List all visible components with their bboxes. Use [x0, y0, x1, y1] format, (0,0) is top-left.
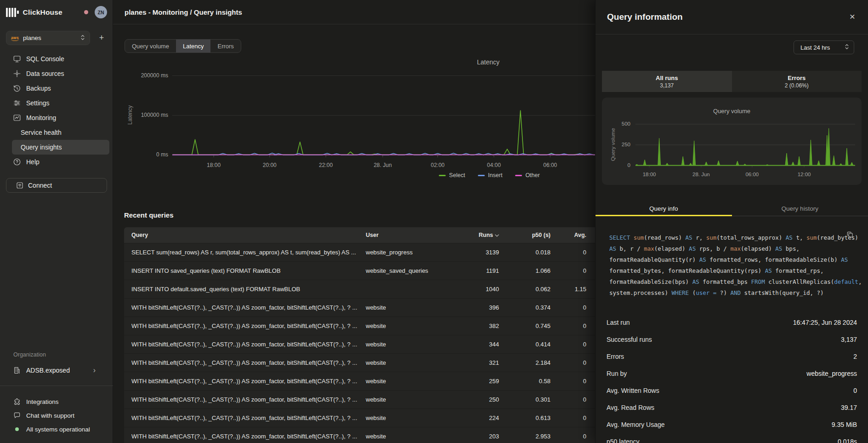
summary-tab-errors[interactable]: Errors2 (0.06%): [732, 71, 862, 92]
x-tick: 28. Jun: [685, 172, 717, 177]
x-tick: 12:00: [788, 172, 820, 177]
column-header-p50-s[interactable]: p50 (s): [499, 232, 550, 238]
sidebar-item-help[interactable]: Help: [0, 155, 113, 169]
query-volume-title: Query volume: [602, 108, 862, 115]
tab-query-info[interactable]: Query info: [596, 201, 732, 216]
latency-legend: SelectInsertOther: [374, 172, 604, 178]
status-dot-icon: [13, 425, 21, 433]
legend-item-other[interactable]: Other: [515, 172, 539, 178]
page-title: planes - Monitoring / Query insights: [125, 8, 242, 16]
stat-row-errors: Errors2: [607, 348, 857, 365]
copy-icon[interactable]: [845, 231, 854, 239]
organization-selector[interactable]: ADSB.exposed ›: [0, 363, 113, 377]
chat-icon: [13, 411, 21, 420]
table-row[interactable]: WITH bitShiftLeft(CAST(?..), _CAST(?..))…: [124, 299, 648, 316]
query-stats: Last run16:47:25, Jun 28 2024Successful …: [607, 314, 857, 443]
query-volume-card: Query volume Query volume 0250500 18:002…: [602, 98, 862, 185]
help-icon: [13, 158, 21, 166]
stat-row-last-run: Last run16:47:25, Jun 28 2024: [607, 314, 857, 331]
table-row[interactable]: SELECT sum(read_rows) AS r, sum(total_ro…: [124, 243, 648, 261]
sidebar-header: ClickHouse ZN: [0, 0, 113, 24]
column-header-query[interactable]: Query: [131, 232, 366, 238]
service-selector[interactable]: aws planes: [6, 31, 90, 45]
y-tick: 200000 ms: [113, 72, 168, 79]
app: ClickHouse ZN aws planes + SQL ConsoleDa…: [0, 0, 868, 443]
sql-line: formatReadableSize(bps) AS formatted_bps…: [609, 276, 843, 288]
table-row[interactable]: WITH bitShiftLeft(CAST(?..), _CAST(?..))…: [124, 372, 648, 390]
column-header-avg[interactable]: Avg.: [550, 232, 586, 238]
y-tick: 100000 ms: [113, 112, 168, 118]
query-information-panel: Query information × Last 24 hrs All runs…: [595, 0, 868, 443]
connect-button[interactable]: Connect: [6, 178, 107, 193]
table-row[interactable]: WITH bitShiftLeft(CAST(?..), _CAST(?..))…: [124, 317, 648, 335]
sidebar-item-settings[interactable]: Settings: [0, 96, 113, 110]
y-tick: 0: [602, 162, 630, 168]
sidebar-item-sql-console[interactable]: SQL Console: [0, 52, 113, 66]
query-volume-chart[interactable]: [635, 119, 855, 167]
x-tick: 06:00: [736, 172, 768, 177]
sidebar-menu: SQL ConsoleData sourcesBackupsSettingsMo…: [0, 52, 113, 169]
sidebar-item-data-sources[interactable]: Data sources: [0, 66, 113, 81]
close-icon[interactable]: ×: [846, 10, 859, 23]
x-tick: 22:00: [307, 162, 344, 168]
monitoring-icon: [13, 114, 21, 122]
sql-line: formatReadableQuantity(r) AS formatted_r…: [609, 254, 843, 265]
y-tick: 0 ms: [113, 151, 168, 158]
service-selector-row: aws planes +: [0, 29, 113, 47]
chevron-right-icon: ›: [93, 366, 96, 374]
terminal-icon: [13, 55, 21, 63]
sql-line: system.processes) WHERE (user = ?) AND s…: [609, 288, 843, 299]
tab-query-volume[interactable]: Query volume: [125, 40, 176, 52]
sort-caret-icon: [495, 232, 499, 238]
sidebar-item-integrations[interactable]: Integrations: [0, 395, 113, 408]
sidebar-item-backups[interactable]: Backups: [0, 81, 113, 96]
tab-errors[interactable]: Errors: [210, 40, 240, 52]
tab-query-history[interactable]: Query history: [732, 201, 868, 216]
stat-row-avg-read-rows: Avg. Read Rows39.17: [607, 399, 857, 416]
sidebar-item-query-insights[interactable]: Query insights: [12, 140, 109, 155]
legend-item-select[interactable]: Select: [439, 172, 465, 178]
sql-line: SELECT sum(read_rows) AS r, sum(total_ro…: [609, 232, 843, 243]
connect-icon: [16, 181, 24, 190]
x-tick: 28. Jun: [364, 162, 401, 168]
aws-icon: aws: [11, 35, 19, 41]
sidebar-item-monitoring[interactable]: Monitoring: [0, 110, 113, 125]
stat-row-p50-latency: p50 latency0.018s: [607, 433, 857, 443]
organization-section-label: Organization: [13, 351, 46, 358]
table-row[interactable]: WITH bitShiftLeft(CAST(?..), _CAST(?..))…: [124, 354, 648, 372]
sidebar-item-chat-with-support[interactable]: Chat with support: [0, 408, 113, 422]
notification-dot-icon[interactable]: [84, 10, 88, 14]
table-row[interactable]: INSERT INTO default.saved_queries (text)…: [124, 280, 648, 298]
sql-line: formatted_bytes, formatReadableQuantity(…: [609, 265, 843, 276]
y-tick: 250: [602, 142, 630, 147]
connect-label: Connect: [28, 182, 52, 189]
puzzle-icon: [13, 397, 21, 406]
table-row[interactable]: WITH bitShiftLeft(CAST(?..), _CAST(?..))…: [124, 409, 648, 427]
table-row[interactable]: WITH bitShiftLeft(CAST(?..), _CAST(?..))…: [124, 391, 648, 408]
stat-row-avg-written-rows: Avg. Written Rows0: [607, 382, 857, 399]
x-tick: 06:00: [532, 162, 568, 168]
panel-title: Query information: [607, 12, 683, 22]
user-avatar[interactable]: ZN: [95, 6, 107, 18]
column-header-user[interactable]: User: [366, 232, 462, 238]
x-tick: 18:00: [633, 172, 665, 177]
sidebar-item-all-systems-operational[interactable]: All systems operational: [0, 422, 113, 436]
table-row[interactable]: WITH bitShiftLeft(CAST(?..), _CAST(?..))…: [124, 335, 648, 353]
tab-latency[interactable]: Latency: [176, 40, 211, 52]
brand-name: ClickHouse: [23, 8, 62, 17]
legend-item-insert[interactable]: Insert: [478, 172, 502, 178]
panel-header: Query information ×: [596, 0, 868, 35]
column-header-runs[interactable]: Runs: [462, 232, 499, 238]
sidebar: ClickHouse ZN aws planes + SQL ConsoleDa…: [0, 0, 113, 443]
time-range-selector[interactable]: Last 24 hrs: [794, 40, 854, 54]
sidebar-divider: [0, 385, 113, 386]
recent-queries-table: QueryUserRunsp50 (s)Avg. SELECT sum(read…: [124, 227, 648, 443]
summary-tab-all-runs[interactable]: All runs3,137: [602, 71, 732, 92]
sidebar-item-service-health[interactable]: Service health: [0, 125, 113, 140]
table-row[interactable]: WITH bitShiftLeft(CAST(?..), _CAST(?..))…: [124, 427, 648, 443]
building-icon: [13, 366, 21, 374]
table-row[interactable]: INSERT INTO saved_queries (text) FORMAT …: [124, 262, 648, 280]
service-name: planes: [23, 35, 41, 41]
add-service-button[interactable]: +: [96, 32, 108, 44]
clickhouse-logo-icon[interactable]: [6, 8, 19, 17]
